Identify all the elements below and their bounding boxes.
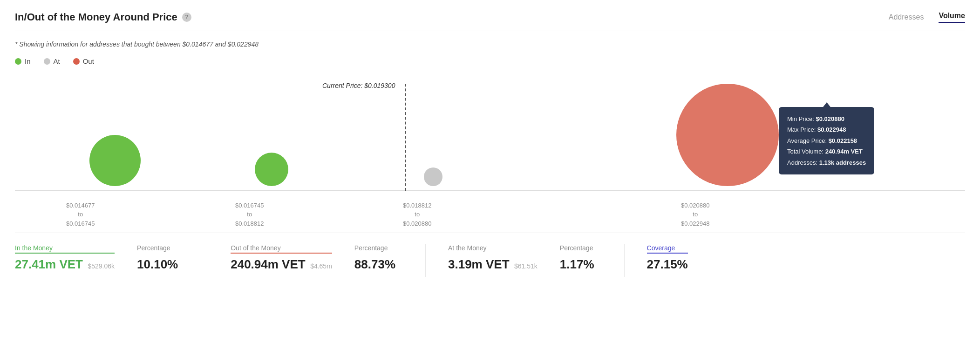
bubble-dot-1 (89, 135, 141, 186)
xlabel-2-l3: $0.018812 (235, 219, 264, 228)
legend-dot-at (44, 58, 50, 65)
xlabel-1-l2: to (66, 210, 95, 219)
stat-in-the-money: In the Money 27.41m VET $529.06k (15, 244, 115, 272)
chart-header: In/Out of the Money Around Price ? Addre… (15, 11, 965, 31)
stat-in-pct-label: Percentage (137, 244, 178, 254)
tooltip-vol-val: 240.94m VET (825, 148, 863, 155)
tooltip-avg-val: $0.022158 (829, 137, 857, 144)
chart-area: Current Price: $0.019300 $0.014677 to $0… (15, 79, 965, 228)
legend-label-at: At (54, 57, 60, 65)
stat-coverage-label: Coverage (647, 244, 688, 254)
stat-in-pct-val: 10.10% (137, 257, 178, 272)
tooltip-vol: Total Volume: 240.94m VET (787, 146, 866, 157)
current-price-label: Current Price: $0.019300 (322, 82, 395, 89)
stat-in-sub: $529.06k (88, 262, 115, 270)
xlabel-3-l2: to (403, 210, 431, 219)
stat-out-sub: $4.65m (310, 262, 332, 270)
xlabel-4: $0.020880 to $0.022948 (681, 201, 709, 228)
bubble-4 (676, 84, 779, 186)
legend-dot-in (15, 58, 21, 65)
header-tabs: Addresses Volume (889, 12, 965, 23)
xlabel-3-l1: $0.018812 (403, 201, 431, 210)
divider-1 (208, 244, 208, 277)
stat-out-the-money: Out of the Money 240.94m VET $4.65m (231, 244, 332, 272)
divider-3 (624, 244, 625, 277)
stats-row: In the Money 27.41m VET $529.06k Percent… (15, 233, 965, 277)
tab-volume[interactable]: Volume (939, 12, 965, 23)
stat-at-pct-block: Percentage 1.17% (560, 244, 594, 272)
bubble-dot-2 (255, 153, 288, 186)
stat-at-pct-label: Percentage (560, 244, 594, 254)
tooltip-max: Max Price: $0.022948 (787, 124, 866, 135)
legend: In At Out (15, 57, 965, 65)
stat-out-value-row: 240.94m VET $4.65m (231, 257, 332, 272)
tooltip-min: Min Price: $0.020880 (787, 114, 866, 124)
xlabel-4-l3: $0.022948 (681, 219, 709, 228)
xlabel-1-l1: $0.014677 (66, 201, 95, 210)
tooltip-addr-val: 1.13k addresses (819, 159, 866, 166)
stat-out-pct-label: Percentage (354, 244, 395, 254)
main-container: In/Out of the Money Around Price ? Addre… (0, 0, 980, 288)
stat-out-label: Out of the Money (231, 244, 332, 254)
tooltip-arrow (823, 102, 830, 107)
tooltip-addr: Addresses: 1.13k addresses (787, 157, 866, 168)
tab-addresses[interactable]: Addresses (889, 13, 924, 23)
xlabel-1: $0.014677 to $0.016745 (66, 201, 95, 228)
xlabel-3-l3: $0.020880 (403, 219, 431, 228)
tooltip-max-val: $0.022948 (817, 126, 846, 133)
stat-at-label: At the Money (448, 244, 538, 254)
legend-out: Out (73, 57, 94, 65)
stat-in-value-row: 27.41m VET $529.06k (15, 257, 115, 272)
stat-out-value: 240.94m VET (231, 257, 305, 271)
chart-title: In/Out of the Money Around Price (15, 11, 177, 23)
tooltip-min-val: $0.020880 (816, 115, 844, 122)
bubble-dot-3 (424, 167, 442, 186)
legend-label-out: Out (83, 57, 94, 65)
legend-dot-out (73, 58, 80, 65)
bubble-1 (89, 135, 141, 186)
stat-at-the-money: At the Money 3.19m VET $61.51k (448, 244, 538, 272)
help-icon[interactable]: ? (182, 13, 191, 22)
stat-at-sub: $61.51k (514, 262, 538, 270)
bubble-3 (424, 167, 442, 186)
price-line (405, 84, 406, 191)
stat-at-value-row: 3.19m VET $61.51k (448, 257, 538, 272)
xlabel-3: $0.018812 to $0.020880 (403, 201, 431, 228)
stat-in-pct-block: Percentage 10.10% (137, 244, 178, 272)
stat-out-pct-block: Percentage 88.73% (354, 244, 395, 272)
divider-2 (425, 244, 426, 277)
stat-in-label: In the Money (15, 244, 115, 254)
stat-coverage-val: 27.15% (647, 257, 688, 272)
legend-label-in: In (25, 57, 31, 65)
header-left: In/Out of the Money Around Price ? (15, 11, 191, 23)
subtitle: * Showing information for addresses that… (15, 40, 965, 48)
tooltip-avg: Average Price: $0.022158 (787, 135, 866, 146)
xlabel-2-l1: $0.016745 (235, 201, 264, 210)
stat-at-value: 3.19m VET (448, 257, 510, 271)
bubble-tooltip: Min Price: $0.020880 Max Price: $0.02294… (779, 107, 874, 174)
legend-in: In (15, 57, 31, 65)
stat-coverage: Coverage 27.15% (647, 244, 688, 272)
xlabel-4-l2: to (681, 210, 709, 219)
xlabel-4-l1: $0.020880 (681, 201, 709, 210)
legend-at: At (44, 57, 60, 65)
xlabel-2-l2: to (235, 210, 264, 219)
stat-at-pct-val: 1.17% (560, 257, 594, 272)
bubble-2 (255, 153, 288, 186)
chart-baseline (15, 190, 965, 191)
stat-in-value: 27.41m VET (15, 257, 83, 271)
xlabel-2: $0.016745 to $0.018812 (235, 201, 264, 228)
xlabel-1-l3: $0.016745 (66, 219, 95, 228)
bubble-dot-4 (676, 84, 779, 186)
stat-out-pct-val: 88.73% (354, 257, 395, 272)
